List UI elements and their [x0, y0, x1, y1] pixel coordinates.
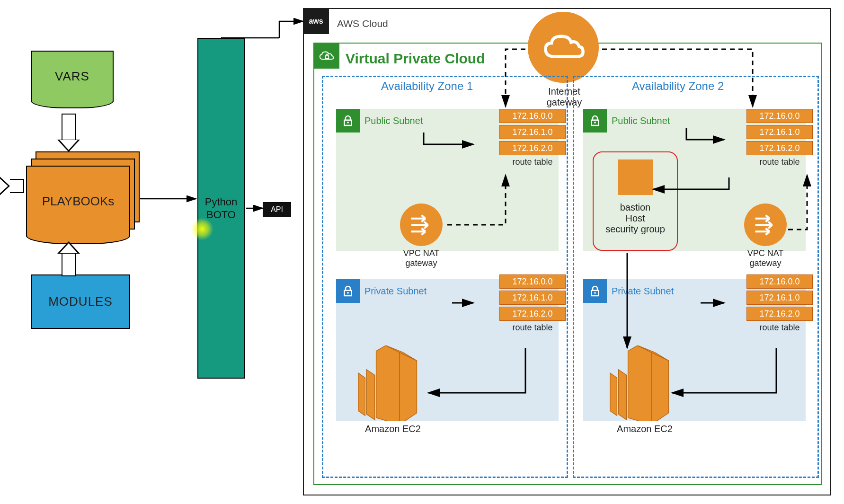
subnet-title: Public Subnet	[364, 115, 423, 126]
subnet-lock-icon	[336, 279, 360, 303]
arrow-vars-to-playbooks	[62, 114, 80, 152]
cloud-icon	[541, 32, 586, 63]
route-ip: 172.16.0.0	[499, 274, 566, 289]
subnet-lock-icon	[336, 109, 360, 133]
bastion-host-icon	[618, 159, 653, 195]
bastion-label-1: bastion	[620, 202, 651, 213]
az1-nat-gateway-icon	[400, 203, 443, 246]
playbooks-label: PLAYBOOKs	[42, 194, 115, 209]
svg-marker-17	[651, 353, 668, 421]
az2-nat-gateway-icon	[744, 203, 787, 246]
aws-badge-text: aws	[309, 17, 323, 26]
subnet-title: Private Subnet	[364, 286, 426, 297]
bastion-label-3: security group	[605, 224, 665, 235]
az2-private-subnet: Private Subnet 172.16.0.0 172.16.1.0 172…	[583, 279, 806, 421]
az1-public-subnet: Public Subnet 172.16.0.0 172.16.1.0 172.…	[336, 109, 559, 251]
az1-ec2-label: Amazon EC2	[355, 424, 431, 434]
route-table-label: route table	[499, 157, 566, 167]
route-ip: 172.16.1.0	[746, 291, 813, 305]
modules-label: MODULES	[48, 294, 113, 309]
subnet-title: Public Subnet	[612, 115, 670, 126]
az1-private-route-table: 172.16.0.0 172.16.1.0 172.16.2.0 route t…	[499, 274, 566, 333]
ec2-icon	[350, 345, 421, 421]
svg-marker-14	[610, 373, 617, 416]
az2-ec2-icon	[602, 345, 673, 421]
az1-nat-label: VPC NAT gateway	[400, 248, 443, 268]
route-ip: 172.16.2.0	[499, 307, 566, 321]
svg-marker-5	[358, 373, 365, 416]
svg-point-2	[347, 122, 349, 124]
subnet-lock-icon	[583, 109, 607, 133]
cloud-lock-icon	[319, 50, 335, 62]
playbook-card-front: PLAYBOOKs	[26, 166, 130, 237]
bastion-host-security-group: bastion Host security group	[593, 151, 678, 251]
svg-point-4	[347, 292, 349, 294]
route-table-label: route table	[499, 323, 566, 333]
route-ip: 172.16.1.0	[746, 125, 813, 139]
route-ip: 172.16.1.0	[499, 125, 566, 139]
internet-gateway-icon	[528, 12, 599, 83]
az1-public-route-table: 172.16.0.0 172.16.1.0 172.16.2.0 route t…	[499, 109, 566, 167]
route-ip: 172.16.2.0	[499, 141, 566, 155]
python-boto-block: Python BOTO	[197, 38, 245, 379]
svg-point-13	[594, 292, 596, 294]
az2-public-route-table: 172.16.0.0 172.16.1.0 172.16.2.0 route t…	[746, 109, 813, 167]
nat-icon	[409, 212, 435, 238]
az1-private-subnet: Private Subnet 172.16.0.0 172.16.1.0 172…	[336, 279, 559, 421]
route-table-label: route table	[746, 157, 813, 167]
svg-rect-0	[325, 56, 329, 59]
svg-marker-15	[618, 370, 626, 420]
vpc-title: Virtual Private Cloud	[346, 51, 485, 67]
boto-label-2: BOTO	[206, 208, 236, 221]
az1-title: Availability Zone 1	[381, 80, 473, 93]
svg-point-11	[594, 122, 596, 124]
svg-marker-16	[628, 345, 651, 421]
az2-ec2-label: Amazon EC2	[607, 424, 683, 434]
api-block: API	[263, 202, 291, 217]
vars-block: VARS	[31, 51, 114, 102]
aws-cloud-label: AWS Cloud	[337, 18, 388, 29]
vars-label: VARS	[55, 69, 89, 84]
ec2-icon	[602, 345, 673, 421]
arrow-modules-to-playbooks	[62, 241, 80, 276]
route-ip: 172.16.0.0	[746, 274, 813, 289]
vpc-badge-icon	[313, 43, 339, 69]
nat-icon	[753, 212, 779, 238]
api-label: API	[271, 205, 283, 214]
boto-label-1: Python	[205, 195, 238, 209]
az2-nat-label: VPC NAT gateway	[744, 248, 787, 268]
az1-ec2-icon	[350, 345, 421, 421]
route-ip: 172.16.2.0	[746, 307, 813, 321]
az2-private-route-table: 172.16.0.0 172.16.1.0 172.16.2.0 route t…	[746, 274, 813, 333]
subnet-title: Private Subnet	[612, 286, 674, 297]
route-ip: 172.16.0.0	[746, 109, 813, 123]
aws-badge-icon: aws	[303, 8, 329, 34]
route-ip: 172.16.1.0	[499, 291, 566, 305]
svg-marker-8	[400, 353, 417, 421]
route-ip: 172.16.0.0	[499, 109, 566, 123]
modules-block: MODULES	[31, 274, 130, 329]
az2-public-subnet: Public Subnet 172.16.0.0 172.16.1.0 172.…	[583, 109, 806, 251]
svg-marker-6	[366, 370, 374, 420]
az2-title: Availability Zone 2	[632, 80, 724, 93]
svg-marker-7	[376, 345, 400, 421]
arrow-into-playbooks	[0, 175, 24, 193]
route-table-label: route table	[746, 323, 813, 333]
bastion-label-2: Host	[625, 213, 645, 224]
subnet-lock-icon	[583, 279, 607, 303]
route-ip: 172.16.2.0	[746, 141, 813, 155]
